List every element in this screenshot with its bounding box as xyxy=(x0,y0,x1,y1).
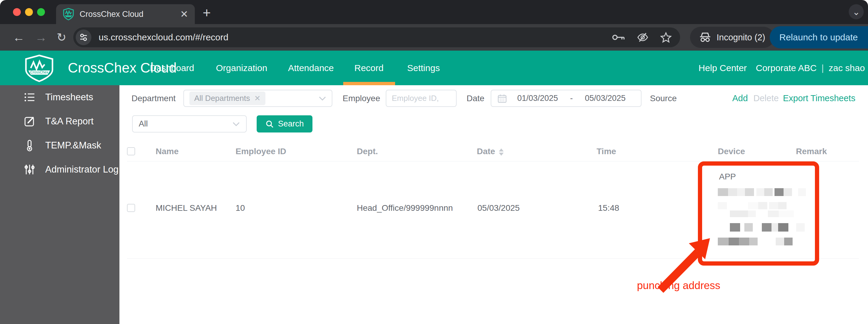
chevron-down-icon xyxy=(318,96,326,101)
department-select[interactable]: All Departments ✕ xyxy=(183,90,332,107)
employee-label: Employee xyxy=(343,90,380,107)
source-label: Source xyxy=(650,90,677,107)
password-key-icon[interactable] xyxy=(612,33,625,42)
incognito-badge: Incognito (2) xyxy=(690,27,774,48)
account-menu[interactable]: Corporate ABC|zac shao xyxy=(756,50,868,85)
select-all-checkbox[interactable] xyxy=(127,147,135,155)
browser-window: CrossChex Cloud ✕ + ⌄ ← → ↻ us.crosschex… xyxy=(0,0,868,324)
table-header-divider xyxy=(127,161,859,161)
new-tab-icon[interactable]: + xyxy=(203,5,211,21)
tab-title: CrossChex Cloud xyxy=(80,10,180,19)
annotation-label: punching address xyxy=(637,280,720,291)
remove-tag-icon[interactable]: ✕ xyxy=(254,95,260,102)
list-icon xyxy=(24,92,35,102)
calendar-icon xyxy=(497,94,507,103)
column-header-employee-id: Employee ID xyxy=(236,142,286,161)
browser-tab[interactable]: CrossChex Cloud ✕ xyxy=(56,4,195,24)
sidebar-item-temp-mask[interactable]: TEMP.&Mask xyxy=(0,133,119,157)
zoom-window-button[interactable] xyxy=(37,8,45,16)
department-tag-label: All Departments xyxy=(194,94,250,103)
add-button[interactable]: Add xyxy=(732,90,748,107)
reload-icon[interactable]: ↻ xyxy=(57,31,66,44)
table-row-divider xyxy=(127,258,859,259)
incognito-icon xyxy=(699,32,711,43)
user-name: zac shao xyxy=(829,63,865,73)
sidebar-item-ta-report[interactable]: T&A Report xyxy=(0,109,119,133)
thermometer-icon xyxy=(24,139,35,151)
forward-icon: → xyxy=(35,31,47,44)
crosschex-favicon-icon xyxy=(63,8,74,21)
redacted-address-blur xyxy=(718,238,793,245)
date-to[interactable]: 05/03/2025 xyxy=(585,94,625,103)
column-header-name: Name xyxy=(156,142,179,161)
address-bar[interactable]: us.crosschexcloud.com/#/record xyxy=(73,27,680,47)
incognito-label: Incognito (2) xyxy=(717,33,765,42)
date-range-picker[interactable]: 01/03/2025 - 05/03/2025 xyxy=(491,90,642,107)
edit-icon xyxy=(24,116,35,127)
sidebar-item-label: Timesheets xyxy=(45,92,93,103)
sidebar-item-label: T&A Report xyxy=(45,116,93,127)
nav-settings[interactable]: Settings xyxy=(407,50,440,85)
sliders-icon xyxy=(24,164,35,175)
cell-time: 15:48 xyxy=(598,200,619,216)
account-name: Corporate ABC xyxy=(756,63,817,73)
url-text[interactable]: us.crosschexcloud.com/#/record xyxy=(99,32,612,42)
help-center-link[interactable]: Help Center xyxy=(699,50,747,85)
eye-off-icon[interactable] xyxy=(637,32,649,42)
column-header-device: Device xyxy=(718,142,745,161)
tab-strip: CrossChex Cloud ✕ + ⌄ xyxy=(0,0,868,24)
sidebar-item-administrator-log[interactable]: Administrator Log xyxy=(0,157,119,182)
nav-organization[interactable]: Organization xyxy=(216,50,267,85)
nav-attendance[interactable]: Attendance xyxy=(288,50,334,85)
tab-search-chevron-icon[interactable]: ⌄ xyxy=(849,4,864,19)
site-settings-icon[interactable] xyxy=(76,30,91,45)
sort-icon[interactable] xyxy=(499,148,504,156)
nav-record[interactable]: Record xyxy=(354,50,384,85)
employee-input[interactable] xyxy=(386,90,457,107)
cell-device-source: APP xyxy=(719,172,736,182)
relaunch-to-update-button[interactable]: Relaunch to update ⋮ xyxy=(770,26,868,48)
active-nav-indicator xyxy=(343,82,395,85)
date-from[interactable]: 01/03/2025 xyxy=(517,94,558,103)
bookmark-star-icon[interactable] xyxy=(660,32,672,43)
account-divider: | xyxy=(822,63,824,73)
date-separator: - xyxy=(570,94,573,103)
search-button-label: Search xyxy=(278,119,304,129)
department-label: Department xyxy=(131,90,176,107)
window-controls xyxy=(13,8,45,16)
export-timesheets-button[interactable]: Export Timesheets xyxy=(783,90,855,107)
svg-text:CrossChex: CrossChex xyxy=(30,70,48,74)
tab-close-icon[interactable]: ✕ xyxy=(180,9,188,19)
relaunch-label: Relaunch to update xyxy=(779,32,858,42)
sidebar-item-label: TEMP.&Mask xyxy=(45,140,101,151)
sidebar-item-timesheets[interactable]: Timesheets xyxy=(0,85,119,109)
redacted-address-blur xyxy=(730,223,805,231)
column-header-dept: Dept. xyxy=(357,142,378,161)
department-tag: All Departments ✕ xyxy=(189,92,266,105)
app-header: CrossChex CrossChex Cloud Dashboard Orga… xyxy=(0,50,868,85)
browser-menu-icon[interactable]: ⋮ xyxy=(864,32,868,43)
cell-dept: Head_Office/999999nnnn xyxy=(357,200,453,216)
sidebar: Timesheets T&A Report TEMP.&Mask xyxy=(0,85,119,324)
back-icon[interactable]: ← xyxy=(13,31,25,44)
column-header-remark: Remark xyxy=(796,142,827,161)
column-header-time: Time xyxy=(596,142,616,161)
delete-button: Delete xyxy=(753,90,779,107)
redacted-address-blur xyxy=(718,188,806,196)
chevron-down-icon xyxy=(232,122,240,127)
browser-toolbar: ← → ↻ us.crosschexcloud.com/#/record xyxy=(0,24,868,50)
close-window-button[interactable] xyxy=(13,8,21,16)
crosschex-logo: CrossChex xyxy=(24,54,55,82)
row-checkbox[interactable] xyxy=(127,204,135,212)
date-header-label: Date xyxy=(477,147,495,156)
sidebar-item-label: Administrator Log xyxy=(45,164,119,175)
cell-date: 05/03/2025 xyxy=(477,200,520,216)
search-button[interactable]: Search xyxy=(257,115,312,133)
minimize-window-button[interactable] xyxy=(25,8,33,16)
search-icon xyxy=(266,120,274,128)
column-header-date[interactable]: Date xyxy=(477,142,504,161)
redacted-address-blur xyxy=(730,211,794,217)
record-page: Department All Departments ✕ Employee Da… xyxy=(119,85,868,324)
nav-dashboard[interactable]: Dashboard xyxy=(150,50,194,85)
type-select[interactable]: All xyxy=(132,115,247,133)
